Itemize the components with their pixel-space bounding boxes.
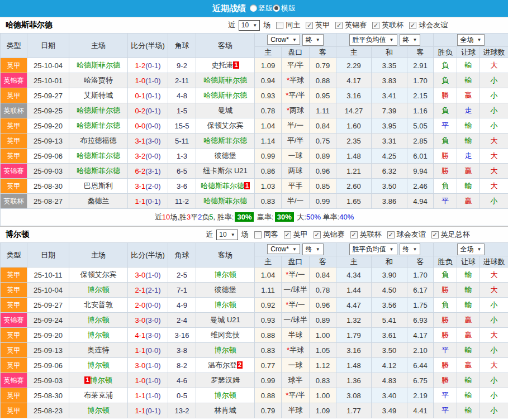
- halftime-score: (3-0): [145, 316, 160, 324]
- odds-home-cell: 0.93: [255, 313, 282, 328]
- corners-cell: 5-11: [168, 133, 196, 149]
- layout-radio-option[interactable]: [250, 4, 257, 12]
- league-filter-label: 英甲: [315, 20, 330, 30]
- team-link: 博尔顿: [88, 316, 110, 324]
- odds-company-select[interactable]: Crow*▼: [267, 35, 300, 45]
- avg-odds-select[interactable]: 胜平负均值▼: [349, 244, 397, 255]
- avg-away-cell: 2.91: [407, 58, 434, 73]
- same-venue-checkbox[interactable]: [254, 231, 262, 238]
- fullmatch-group-header: 全场▼: [434, 34, 508, 47]
- avg-away-cell: 2.10: [407, 343, 434, 358]
- table-row: 英锦赛25-10-01哈洛贾特1-0(1-0)2-11哈德斯菲尔德0.94*半球…: [1, 73, 508, 88]
- result-handicap-cell: 輸: [457, 118, 480, 133]
- match-count-select[interactable]: 10▼: [239, 20, 260, 31]
- handicap-cell: 半球: [282, 403, 310, 418]
- handicap-value: 平/半: [288, 91, 305, 99]
- avg-draw-cell: 3.50: [372, 179, 407, 194]
- avg-home-cell: 4.17: [336, 73, 372, 88]
- league-badge: 英锦赛: [1, 373, 27, 388]
- summary-text: 场,胜: [170, 213, 187, 221]
- team-link: 桑德兰: [88, 197, 110, 205]
- chevron-down-icon: ▼: [316, 247, 320, 252]
- result-goals-cell: 小: [480, 313, 508, 328]
- league-filter-checkbox[interactable]: ✓: [409, 22, 416, 29]
- league-filter-checkbox[interactable]: ✓: [284, 231, 291, 238]
- odds-time-select[interactable]: 终▼: [302, 34, 324, 46]
- handicap-value: 半/一: [287, 197, 304, 205]
- avg-away-cell: 2.46: [407, 179, 434, 194]
- avg-home-cell: 1.60: [336, 118, 372, 133]
- league-filter-checkbox[interactable]: ✓: [314, 231, 321, 238]
- odds-home-cell: 1.04: [255, 268, 282, 283]
- league-filter-checkbox[interactable]: ✓: [350, 231, 358, 238]
- avg-away-cell: 6.44: [407, 358, 434, 373]
- halftime-score: (0-1): [145, 107, 160, 115]
- avg-odds-select[interactable]: 胜平负均值▼: [349, 34, 397, 46]
- column-header: 让球: [457, 256, 480, 268]
- fullmatch-select[interactable]: 全场▼: [457, 34, 485, 46]
- away-team-cell: 彼德堡: [196, 149, 255, 164]
- odds-away-cell: 0.84: [310, 268, 336, 283]
- away-team-cell: 彼德堡: [196, 283, 255, 298]
- avg-home-cell: 1.32: [336, 313, 372, 328]
- score-cell: 1-1(1-0): [128, 388, 168, 403]
- league-badge: 英甲: [1, 58, 27, 73]
- summary-text: 40%: [339, 213, 354, 221]
- avg-time-select[interactable]: 终▼: [400, 34, 421, 46]
- avg-draw-cell: 3.86: [372, 194, 407, 209]
- layout-radio-selected[interactable]: [273, 4, 280, 12]
- league-badge: 英甲: [1, 283, 27, 298]
- odds-time-select[interactable]: 终▼: [302, 244, 324, 255]
- avg-draw-cell: 3.35: [372, 58, 407, 73]
- league-filter-checkbox[interactable]: ✓: [335, 22, 343, 29]
- odds-away-cell: 0.96: [310, 298, 336, 313]
- league-filter-label: 英锦赛: [345, 20, 367, 30]
- fullmatch-group-header: 全场▼: [434, 243, 508, 256]
- fulltime-score: 3-2: [135, 152, 145, 160]
- avg-home-cell: 2.60: [336, 179, 372, 194]
- league-filter-checkbox[interactable]: ✓: [387, 231, 395, 238]
- handicap-cell: 平/半: [282, 133, 310, 149]
- date-cell: 25-10-04: [27, 283, 69, 298]
- league-filter-checkbox[interactable]: ✓: [431, 231, 439, 238]
- layout-radio-label[interactable]: 横版: [281, 4, 296, 12]
- table-row: 英甲25-09-20博尔顿4-1(3-0)3-16维冈竞技0.88半球1.001…: [1, 328, 508, 343]
- summary-text: 10: [162, 213, 170, 221]
- league-filter-checkbox[interactable]: ✓: [306, 22, 313, 29]
- result-wdl-cell: 勝: [434, 373, 457, 388]
- odds-company-select[interactable]: Crow*▼: [267, 244, 300, 254]
- fulltime-score: 3-0: [135, 271, 145, 279]
- odds-home-cell: 1.09: [255, 58, 282, 73]
- date-cell: 25-09-20: [27, 328, 69, 343]
- table-row: 英联杯25-09-25哈德斯菲尔德0-2(0-1)1-5曼城0.78*两球1.1…: [1, 103, 508, 118]
- date-cell: 25-10-01: [27, 73, 69, 88]
- same-venue-checkbox[interactable]: [276, 22, 283, 29]
- league-filter-checkbox[interactable]: ✓: [372, 22, 379, 29]
- halftime-score: (3-1): [145, 167, 160, 175]
- avg-draw-cell: 3.31: [372, 133, 407, 149]
- league-badge: 英联杯: [1, 194, 27, 209]
- avg-home-cell: 14.27: [336, 103, 372, 118]
- table-row: 英甲25-09-13奥连特1-1(0-0)3-8博尔顿0.83*半球1.053.…: [1, 343, 508, 358]
- column-header: 胜负: [434, 256, 457, 268]
- team-link: 哈德斯菲尔德: [77, 121, 120, 130]
- fullmatch-select[interactable]: 全场▼: [457, 244, 485, 255]
- match-count-select[interactable]: 10▼: [216, 230, 238, 240]
- league-badge: 英甲: [1, 328, 27, 343]
- date-cell: 25-09-25: [27, 103, 69, 118]
- home-team-cell: 哈洛贾特: [69, 73, 128, 88]
- fulltime-score: 3-1: [135, 182, 145, 190]
- result-wdl-cell: 平: [434, 343, 457, 358]
- column-header: 进球数: [480, 47, 508, 58]
- avg-draw-cell: 3.83: [372, 73, 407, 88]
- layout-radio-label[interactable]: 竖版: [258, 4, 273, 12]
- away-team-cell: 哈德斯菲尔德: [196, 88, 255, 103]
- home-team-cell: 哈德斯菲尔德: [69, 164, 128, 179]
- avg-home-cell: 3.16: [336, 88, 372, 103]
- avg-time-select[interactable]: 终▼: [400, 244, 421, 255]
- score-cell: 1-1(0-1): [128, 403, 168, 418]
- odds-away-cell: 1.11: [310, 103, 336, 118]
- result-goals-cell: 大: [480, 328, 508, 343]
- league-filter-label: 英联杯: [360, 230, 382, 240]
- date-cell: 25-09-27: [27, 88, 69, 103]
